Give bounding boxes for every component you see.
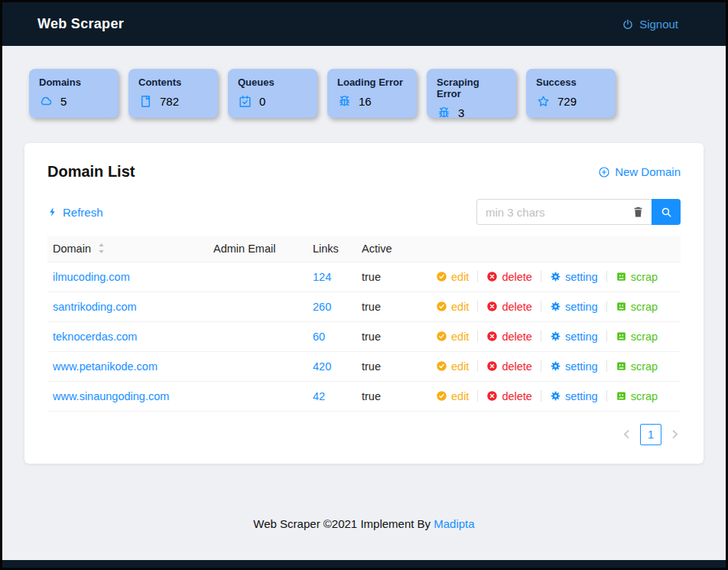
footer: Web Scraper ©2021 Implement By Madipta	[2, 517, 726, 530]
domain-link[interactable]: www.sinaungoding.com	[53, 390, 169, 402]
domain-link[interactable]: santrikoding.com	[53, 301, 137, 313]
stat-label: Domains	[39, 77, 109, 88]
calendar-check-icon	[238, 94, 252, 109]
scrap-button[interactable]: scrap	[616, 331, 658, 343]
column-header-admin-email: Admin Email	[208, 236, 307, 262]
admin-email-cell	[208, 262, 307, 292]
trash-icon[interactable]	[632, 205, 645, 219]
links-count-link[interactable]: 42	[313, 390, 325, 402]
bug-icon	[437, 106, 451, 120]
table-row: www.petanikode.com 420 true edit delete …	[47, 351, 681, 381]
search-button[interactable]	[652, 199, 681, 225]
new-domain-label: New Domain	[615, 165, 681, 178]
signout-button[interactable]: Signout	[622, 18, 678, 31]
close-circle-icon	[486, 360, 498, 372]
robot-icon	[616, 360, 627, 372]
next-page-button[interactable]	[669, 428, 681, 440]
prev-page-button[interactable]	[621, 428, 632, 440]
refresh-label: Refresh	[63, 206, 103, 219]
scrap-button[interactable]: scrap	[616, 390, 658, 402]
divider	[477, 271, 478, 282]
active-cell: true	[356, 292, 431, 321]
app-window: Web Scraper Signout Domains 5 Contents	[0, 0, 728, 570]
table-row: ilmucoding.com 124 true edit delete sett…	[47, 262, 681, 292]
active-cell: true	[356, 262, 431, 292]
gear-icon	[550, 390, 561, 402]
divider	[541, 331, 541, 342]
edit-button[interactable]: edit	[436, 360, 469, 373]
setting-button[interactable]: setting	[550, 271, 598, 283]
divider	[541, 271, 541, 282]
links-count-link[interactable]: 260	[313, 301, 331, 313]
table-row: teknocerdas.com 60 true edit delete sett…	[47, 321, 681, 351]
domain-link[interactable]: ilmucoding.com	[53, 271, 130, 283]
bug-icon	[337, 94, 352, 109]
stat-card-queues: Queues 0	[228, 69, 317, 118]
domain-list-panel: Domain List New Domain Refresh	[24, 143, 704, 464]
edit-button[interactable]: edit	[436, 271, 469, 283]
app-title: Web Scraper	[37, 16, 124, 32]
close-circle-icon	[486, 301, 498, 312]
footer-author-link[interactable]: Madipta	[434, 517, 474, 530]
scrap-button[interactable]: scrap	[616, 271, 658, 283]
divider	[606, 360, 607, 372]
setting-button[interactable]: setting	[550, 301, 598, 313]
check-circle-icon	[436, 271, 447, 282]
admin-email-cell	[208, 351, 307, 381]
plus-circle-icon	[598, 166, 610, 178]
delete-button[interactable]: delete	[486, 331, 532, 343]
stat-card-domains: Domains 5	[29, 69, 119, 118]
stat-label: Contents	[138, 77, 208, 88]
close-circle-icon	[486, 390, 498, 402]
delete-button[interactable]: delete	[486, 301, 532, 313]
stat-value: 16	[359, 95, 372, 108]
gear-icon	[550, 301, 561, 312]
domain-link[interactable]: teknocerdas.com	[53, 331, 137, 343]
check-circle-icon	[436, 301, 447, 312]
divider	[477, 360, 478, 372]
column-header-domain[interactable]: Domain	[47, 236, 208, 262]
column-header-actions	[431, 236, 681, 262]
delete-button[interactable]: delete	[486, 360, 532, 373]
divider	[606, 301, 607, 312]
lightning-icon	[47, 206, 58, 218]
close-circle-icon	[486, 331, 498, 342]
gear-icon	[550, 360, 561, 372]
links-count-link[interactable]: 124	[313, 271, 331, 283]
setting-button[interactable]: setting	[550, 390, 598, 402]
bottom-bar	[2, 560, 726, 568]
setting-button[interactable]: setting	[550, 360, 598, 373]
setting-button[interactable]: setting	[550, 331, 598, 343]
gear-icon	[550, 271, 561, 282]
scrap-button[interactable]: scrap	[616, 360, 658, 373]
page-title: Domain List	[47, 163, 135, 181]
edit-button[interactable]: edit	[436, 390, 469, 402]
refresh-button[interactable]: Refresh	[47, 206, 103, 219]
edit-button[interactable]: edit	[436, 301, 469, 313]
table-row: www.sinaungoding.com 42 true edit delete…	[47, 381, 681, 411]
delete-button[interactable]: delete	[486, 271, 532, 283]
domain-link[interactable]: www.petanikode.com	[53, 360, 158, 373]
links-count-link[interactable]: 420	[313, 360, 331, 373]
divider	[606, 271, 607, 282]
search-icon	[660, 206, 673, 219]
robot-icon	[616, 331, 627, 342]
check-circle-icon	[436, 360, 447, 372]
gear-icon	[550, 331, 561, 342]
power-icon	[622, 18, 634, 31]
stats-row: Domains 5 Contents 782 Queues	[29, 69, 726, 118]
new-domain-button[interactable]: New Domain	[598, 165, 681, 178]
delete-button[interactable]: delete	[486, 390, 532, 402]
scrap-button[interactable]: scrap	[616, 301, 658, 313]
check-circle-icon	[436, 331, 447, 342]
page-number-button[interactable]: 1	[640, 424, 661, 445]
divider	[477, 390, 478, 402]
search-input[interactable]	[476, 199, 652, 225]
stat-card-success: Success 729	[526, 69, 616, 118]
sort-icon	[97, 243, 106, 254]
edit-button[interactable]: edit	[436, 331, 469, 343]
divider	[541, 360, 541, 372]
links-count-link[interactable]: 60	[313, 331, 325, 343]
stat-value: 782	[160, 95, 179, 108]
column-header-links: Links	[307, 236, 356, 262]
